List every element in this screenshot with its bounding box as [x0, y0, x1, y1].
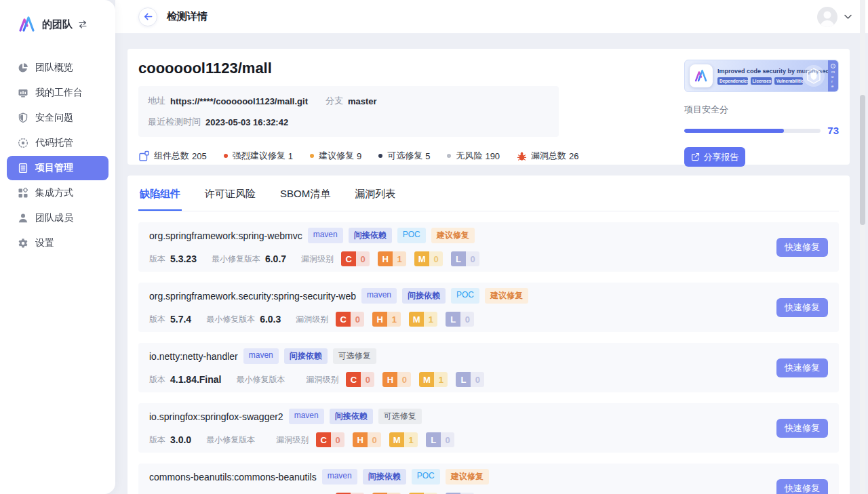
severity-group: C0H0M1L0 [316, 432, 454, 447]
banner-badge-label: Dependencies [717, 77, 748, 85]
page-scrollbar [860, 0, 865, 494]
score-track [684, 129, 821, 133]
switch-team-icon[interactable] [78, 20, 87, 28]
sidebar-item-label: 集成方式 [35, 187, 73, 199]
last-scan-value: 2023-05-03 16:32:42 [205, 117, 288, 127]
severity-group: C0H1M0L0 [341, 251, 479, 266]
stat-value: 5 [425, 151, 430, 161]
sidebar: 的团队 团队概览 我的工作台 安全问题 代码托管 项目管理 集成方式 团队成员 … [0, 0, 115, 494]
version-label: 版本 [149, 314, 165, 325]
banner-badge-label: Vulnerabilities [774, 77, 803, 85]
stat-label: 可选修复 [387, 150, 422, 162]
scrollbar-thumb[interactable] [860, 95, 865, 225]
project-info-box: 地址 https://****/cooooool1123/mall.git 分支… [138, 86, 559, 137]
component-rows: org.springframework:spring-webmvc maven间… [138, 222, 839, 494]
banner-more-strip[interactable]: i more [828, 60, 838, 91]
shield-badge-icon [803, 65, 825, 87]
version-label: 版本 [149, 253, 165, 265]
severity-L: L0 [426, 432, 454, 447]
package-name: org.springframework.security:spring-secu… [149, 291, 356, 302]
severity-M: M1 [389, 432, 418, 447]
murphysec-logo-icon [18, 15, 37, 34]
sidebar-item-3[interactable]: 安全问题 [7, 106, 108, 130]
severity-H: H0 [382, 372, 411, 387]
sidebar-item-2[interactable]: 我的工作台 [7, 81, 108, 105]
quick-fix-button[interactable]: 快速修复 [776, 479, 828, 494]
severity-label: 漏洞级别 [276, 434, 309, 446]
gear-icon [18, 238, 28, 249]
back-arrow-icon [143, 12, 153, 22]
banner-badge-label: Licenses [751, 77, 772, 85]
stat-label: 组件总数 [154, 150, 189, 162]
security-score-label: 项目安全分 [684, 104, 839, 116]
severity-C: C0 [341, 251, 370, 266]
share-icon [691, 152, 700, 161]
badge-dep: 间接依赖 [363, 469, 406, 485]
tab-3[interactable]: SBOM清单 [279, 186, 332, 211]
stat-label: 强烈建议修复 [233, 150, 285, 162]
min-fix-value: 6.0.3 [260, 314, 281, 325]
banner-headline: Improved code security by murphysec [717, 68, 803, 75]
min-fix-label: 最小修复版本 [236, 374, 285, 386]
sidebar-item-5[interactable]: 项目管理 [7, 156, 108, 180]
severity-group: C0H0M1L0 [346, 372, 484, 387]
stat-label: 建议修复 [319, 150, 354, 162]
address-label: 地址 [148, 95, 165, 107]
severity-H: H0 [353, 432, 381, 447]
stat-dot [447, 154, 451, 158]
stat-label: 漏洞总数 [531, 150, 566, 162]
chevron-down-icon[interactable] [844, 14, 852, 20]
team-switcher[interactable]: 的团队 [0, 0, 115, 34]
score-fill [684, 129, 784, 133]
quick-fix-button[interactable]: 快速修复 [776, 238, 828, 257]
user-icon [817, 8, 837, 27]
badge-optional: 可选修复 [378, 409, 422, 424]
topbar: 检测详情 [115, 0, 868, 33]
stat-value: 205 [192, 151, 207, 161]
quick-fix-button[interactable]: 快速修复 [776, 419, 828, 438]
version-value: 5.7.4 [170, 314, 191, 325]
tab-2[interactable]: 许可证风险 [203, 186, 257, 211]
badge-dep: 间接依赖 [284, 348, 328, 364]
severity-group: C0H1M1L0 [336, 312, 474, 327]
quick-fix-button[interactable]: 快速修复 [776, 358, 828, 377]
sidebar-item-6[interactable]: 集成方式 [7, 181, 108, 205]
murphysec-promo-banner[interactable]: Improved code security by murphysec Depe… [684, 60, 839, 92]
banner-badges: Dependencies 205 Licenses 11 Vulnerabili… [717, 77, 803, 85]
branch-value: master [348, 96, 377, 106]
component-icon [138, 150, 150, 162]
sidebar-item-7[interactable]: 团队成员 [7, 206, 108, 230]
back-button[interactable] [138, 7, 157, 26]
sidebar-menu: 团队概览 我的工作台 安全问题 代码托管 项目管理 集成方式 团队成员 设置 [0, 56, 115, 255]
content: cooooool1123/mall 地址 https://****/cooooo… [115, 33, 868, 494]
project-name: cooooool1123/mall [138, 60, 671, 77]
address-value: https://****/cooooool1123/mall.git [170, 96, 308, 106]
severity-label: 漏洞级别 [301, 253, 334, 265]
score-value: 73 [827, 125, 839, 136]
severity-label: 漏洞级别 [306, 374, 338, 386]
quick-fix-button[interactable]: 快速修复 [776, 298, 828, 317]
min-fix-label: 最小修复版本 [206, 314, 255, 325]
sidebar-item-label: 团队成员 [35, 212, 73, 224]
stat-item: 无风险 190 [447, 150, 500, 162]
badge-optional: 可选修复 [333, 348, 376, 364]
severity-M: M0 [414, 251, 443, 266]
last-scan-label: 最近检测时间 [148, 116, 201, 128]
avatar[interactable] [817, 7, 837, 27]
badge-dep: 间接依赖 [330, 409, 373, 424]
badge-poc: POC [397, 228, 426, 243]
min-fix-label: 最小修复版本 [212, 253, 260, 265]
tab-4[interactable]: 漏洞列表 [353, 186, 397, 211]
share-report-button[interactable]: 分享报告 [684, 147, 745, 167]
tab-1[interactable]: 缺陷组件 [138, 186, 182, 211]
sidebar-item-1[interactable]: 团队概览 [7, 56, 108, 80]
component-list-card: 缺陷组件许可证风险SBOM清单漏洞列表 org.springframework:… [127, 176, 850, 494]
sidebar-item-4[interactable]: 代码托管 [7, 131, 108, 155]
version-value: 4.1.84.Final [170, 374, 221, 385]
sidebar-item-8[interactable]: 设置 [7, 231, 108, 255]
page-title: 检测详情 [167, 10, 208, 23]
version-value: 3.0.0 [170, 434, 191, 445]
package-name: io.springfox:springfox-swagger2 [149, 411, 283, 422]
badge-group: maven间接依赖可选修复 [243, 348, 376, 364]
banner-badge: Dependencies 205 [717, 77, 748, 85]
